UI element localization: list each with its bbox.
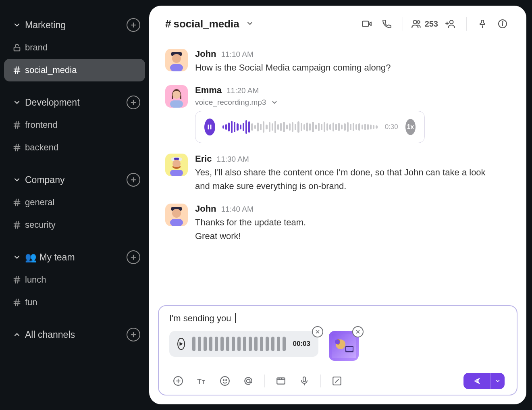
message-text: Thanks for the update team. Great work! xyxy=(195,216,493,243)
svg-point-50 xyxy=(172,54,181,63)
sidebar-channel-social-media[interactable]: social_media xyxy=(4,59,145,81)
attachment-filename: voice_recording.mp3 xyxy=(195,98,266,107)
sidebar-channel-backend[interactable]: backend xyxy=(4,136,145,159)
message-time: 11:20 AM xyxy=(227,86,259,95)
send-options-button[interactable] xyxy=(490,373,505,389)
add-member-button[interactable] xyxy=(443,16,458,31)
message-author: Eric xyxy=(195,154,212,164)
svg-point-41 xyxy=(413,20,417,24)
shortcut-button[interactable] xyxy=(330,374,344,388)
message-author: John xyxy=(195,204,216,214)
svg-point-58 xyxy=(172,160,181,168)
svg-line-35 xyxy=(15,299,16,306)
hash-icon xyxy=(9,198,25,207)
chevron-down-icon xyxy=(9,98,25,106)
svg-line-16 xyxy=(18,144,19,151)
message-item: John 11:10 AM How is the Social Media ca… xyxy=(165,49,510,75)
avatar[interactable] xyxy=(165,154,188,176)
composer-text: I'm sending you xyxy=(169,313,234,323)
add-channel-button[interactable] xyxy=(127,96,140,109)
chevron-down-icon[interactable] xyxy=(246,18,254,30)
channel-label: fun xyxy=(25,297,37,308)
avatar[interactable] xyxy=(165,204,188,226)
svg-point-82 xyxy=(247,379,250,383)
sidebar-group-header-development[interactable]: Development xyxy=(4,91,145,114)
composer-image-attachment xyxy=(329,331,359,361)
sidebar-all-channels[interactable]: All channels xyxy=(4,323,145,346)
play-button[interactable] xyxy=(177,338,185,350)
svg-line-36 xyxy=(18,299,19,306)
svg-rect-54 xyxy=(208,125,209,129)
message-composer: I'm sending you 00:03 xyxy=(158,305,517,395)
sidebar-group-header-myteam[interactable]: 👥 My team xyxy=(4,246,145,268)
sidebar-group-marketing: Marketing brand social_media xyxy=(4,14,145,81)
member-count-value: 253 xyxy=(425,19,438,29)
channel-title[interactable]: # social_media xyxy=(165,18,254,30)
hash-icon xyxy=(9,221,25,229)
video-clip-button[interactable] xyxy=(274,374,288,388)
sidebar-channel-frontend[interactable]: frontend xyxy=(4,114,145,136)
sidebar-channel-lunch[interactable]: lunch xyxy=(4,268,145,291)
sidebar-channel-fun[interactable]: fun xyxy=(4,291,145,314)
info-button[interactable] xyxy=(495,16,510,31)
sidebar-channel-brand[interactable]: brand xyxy=(4,36,145,59)
svg-line-5 xyxy=(15,67,16,74)
remove-attachment-button[interactable] xyxy=(312,326,323,337)
sidebar-group-label: Marketing xyxy=(25,20,127,31)
svg-point-69 xyxy=(335,339,340,344)
voice-duration: 0:30 xyxy=(385,123,398,131)
add-channel-button[interactable] xyxy=(127,328,140,341)
message-author: Emma xyxy=(195,85,222,96)
waveform[interactable] xyxy=(222,119,378,135)
svg-line-6 xyxy=(18,67,19,74)
sidebar-group-myteam: 👥 My team lunch fun xyxy=(4,246,145,314)
svg-point-43 xyxy=(450,20,453,24)
attachment-filename-row[interactable]: voice_recording.mp3 xyxy=(195,98,510,107)
member-count[interactable]: 253 xyxy=(411,19,438,29)
svg-line-15 xyxy=(15,144,16,151)
svg-rect-62 xyxy=(170,219,183,226)
add-channel-button[interactable] xyxy=(127,18,140,32)
svg-point-80 xyxy=(223,380,224,381)
channel-label: lunch xyxy=(25,275,46,285)
message-item: Eric 11:30 AM Yes, I'll also share the c… xyxy=(165,154,510,193)
svg-rect-51 xyxy=(170,64,183,71)
chevron-down-icon xyxy=(9,253,25,261)
message-author: John xyxy=(195,49,216,59)
microphone-button[interactable] xyxy=(297,374,312,388)
add-channel-button[interactable] xyxy=(127,173,140,187)
message-item: John 11:40 AM Thanks for the update team… xyxy=(165,204,510,243)
svg-line-31 xyxy=(15,277,16,283)
avatar[interactable] xyxy=(165,85,188,108)
mention-button[interactable] xyxy=(241,374,256,388)
video-call-button[interactable] xyxy=(359,16,374,31)
sidebar-channel-general[interactable]: general xyxy=(4,191,145,214)
composer-toolbar: TT xyxy=(169,369,506,391)
lock-icon xyxy=(9,43,25,52)
add-attachment-button[interactable] xyxy=(171,374,185,388)
sidebar-group-header-marketing[interactable]: Marketing xyxy=(4,14,145,36)
send-button[interactable] xyxy=(463,373,490,389)
sidebar-all-channels-label: All channels xyxy=(25,329,127,340)
waveform[interactable] xyxy=(192,337,286,351)
emoji-button[interactable] xyxy=(218,374,232,388)
playback-speed-button[interactable]: 1x xyxy=(405,119,416,135)
svg-marker-63 xyxy=(180,342,183,345)
phone-call-button[interactable] xyxy=(379,16,395,31)
remove-attachment-button[interactable] xyxy=(352,326,364,337)
text-format-button[interactable]: TT xyxy=(194,374,209,388)
pin-button[interactable] xyxy=(475,16,490,31)
add-channel-button[interactable] xyxy=(127,250,140,264)
sidebar-group-header-company[interactable]: Company xyxy=(4,169,145,191)
channel-label: social_media xyxy=(25,65,77,75)
svg-point-52 xyxy=(172,91,181,99)
avatar[interactable] xyxy=(165,49,188,71)
svg-line-32 xyxy=(18,277,19,283)
channel-header: # social_media 253 xyxy=(149,6,526,39)
sidebar-channel-security[interactable]: security xyxy=(4,214,145,236)
svg-rect-55 xyxy=(210,125,212,129)
hash-icon xyxy=(9,66,25,75)
composer-input[interactable]: I'm sending you xyxy=(169,313,506,325)
svg-rect-2 xyxy=(14,47,20,51)
pause-button[interactable] xyxy=(204,119,215,135)
